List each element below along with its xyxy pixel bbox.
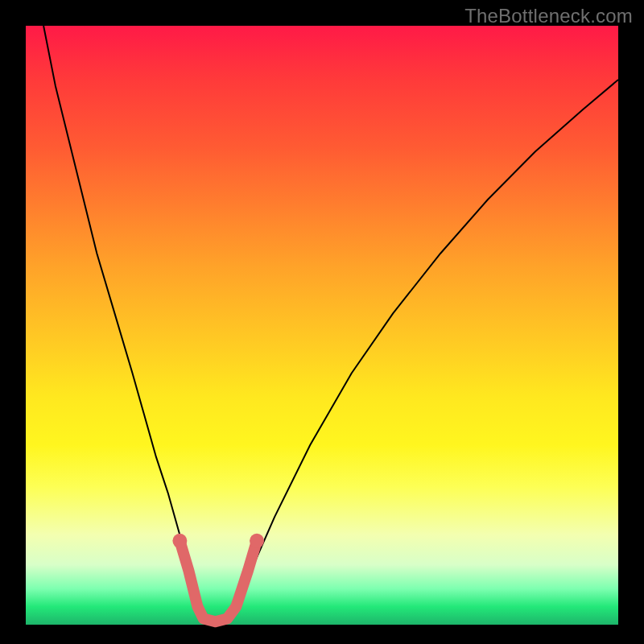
chart-frame: TheBottleneck.com bbox=[0, 0, 644, 644]
bottleneck-curve bbox=[43, 26, 618, 625]
optimal-band-end-marker bbox=[172, 534, 187, 548]
optimal-band-end-marker bbox=[250, 534, 264, 548]
watermark-text: TheBottleneck.com bbox=[464, 5, 633, 27]
optimal-band bbox=[180, 541, 257, 621]
chart-svg bbox=[0, 0, 644, 644]
